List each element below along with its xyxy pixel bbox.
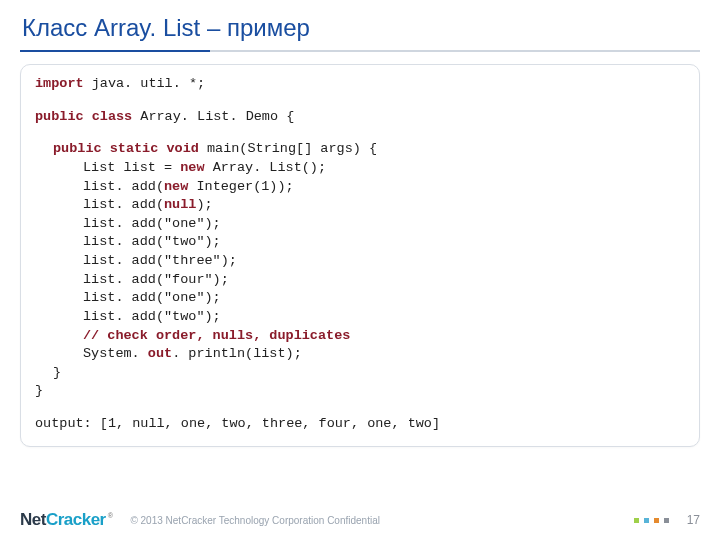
code-line: } (35, 382, 685, 401)
code-line: List list = new Array. List(); (35, 159, 685, 178)
code-text: Array. List. Demo { (132, 109, 294, 124)
comment: // check order, nulls, duplicates (83, 328, 350, 343)
title-rule (20, 50, 700, 52)
code-text: . println(list); (172, 346, 302, 361)
dot-icon (634, 518, 639, 523)
dot-icon (664, 518, 669, 523)
code-line: } (35, 364, 685, 383)
blank-line (35, 94, 685, 108)
code-line: list. add("two"); (35, 308, 685, 327)
code-line: list. add(null); (35, 196, 685, 215)
code-line: list. add("one"); (35, 289, 685, 308)
code-text: list. add( (83, 197, 164, 212)
code-line: list. add("three"); (35, 252, 685, 271)
code-text: ); (196, 197, 212, 212)
code-line: System. out. println(list); (35, 345, 685, 364)
code-text: System. (83, 346, 148, 361)
logo-text-b: Cracker (46, 510, 106, 530)
content-area: import java. util. *; public class Array… (0, 60, 720, 540)
code-text: main(String[] args) { (199, 141, 377, 156)
keyword: import (35, 76, 84, 91)
logo-text-a: Net (20, 510, 46, 530)
blank-line (35, 401, 685, 415)
code-line: import java. util. *; (35, 75, 685, 94)
code-text: Integer(1)); (188, 179, 293, 194)
footer: NetCracker® © 2013 NetCracker Technology… (0, 500, 720, 540)
output-line: output: [1, null, one, two, three, four,… (35, 415, 685, 434)
brand-dots-icon (634, 518, 669, 523)
keyword: public (35, 109, 84, 124)
code-card: import java. util. *; public class Array… (20, 64, 700, 447)
slide: Класс Array. List – пример import java. … (0, 0, 720, 540)
code-line: // check order, nulls, duplicates (35, 327, 685, 346)
logo: NetCracker® (20, 510, 112, 530)
keyword: null (164, 197, 196, 212)
code-text: List list = (83, 160, 180, 175)
code-line: list. add("two"); (35, 233, 685, 252)
blank-line (35, 126, 685, 140)
code-text: list. add( (83, 179, 164, 194)
keyword: public (53, 141, 102, 156)
dot-icon (644, 518, 649, 523)
code-line: list. add(new Integer(1)); (35, 178, 685, 197)
keyword: new (164, 179, 188, 194)
code-text: Array. List(); (205, 160, 327, 175)
code-line: public static void main(String[] args) { (35, 140, 685, 159)
logo-tm: ® (108, 512, 113, 519)
copyright: © 2013 NetCracker Technology Corporation… (130, 515, 380, 526)
page-number: 17 (687, 513, 700, 527)
keyword: void (158, 141, 199, 156)
keyword: out (148, 346, 172, 361)
code-line: list. add("one"); (35, 215, 685, 234)
code-text: java. util. *; (84, 76, 206, 91)
keyword: class (84, 109, 133, 124)
keyword: static (102, 141, 159, 156)
dot-icon (654, 518, 659, 523)
slide-title: Класс Array. List – пример (22, 14, 698, 42)
title-area: Класс Array. List – пример (0, 0, 720, 50)
keyword: new (180, 160, 204, 175)
code-line: list. add("four"); (35, 271, 685, 290)
code-line: public class Array. List. Demo { (35, 108, 685, 127)
